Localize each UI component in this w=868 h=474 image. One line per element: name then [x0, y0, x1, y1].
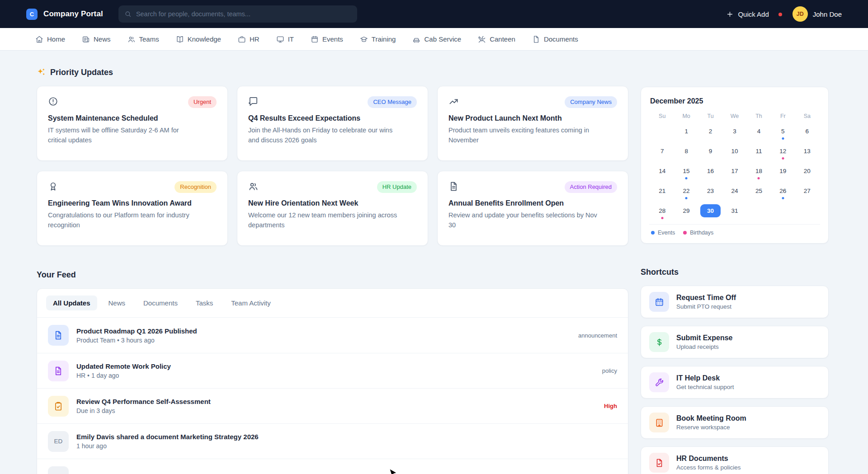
- feed-item[interactable]: Updated Remote Work PolicyHR • 1 day ago…: [37, 353, 628, 388]
- nav-item-label: Documents: [544, 35, 578, 43]
- calendar-next-button[interactable]: [817, 100, 819, 102]
- tab-tasks[interactable]: Tasks: [189, 296, 220, 310]
- priority-cards-grid: UrgentSystem Maintenance ScheduledIT sys…: [37, 86, 628, 246]
- calendar-day[interactable]: 22: [674, 181, 698, 201]
- global-search[interactable]: [118, 5, 357, 23]
- priority-card-annual-benefits-enrollment-open[interactable]: Action RequiredAnnual Benefits Enrollmen…: [437, 171, 628, 246]
- nav-item-cab-service[interactable]: Cab Service: [412, 35, 461, 43]
- calendar-day[interactable]: 20: [795, 161, 819, 181]
- priority-card-description: Congratulations to our Platform team for…: [48, 211, 197, 230]
- calendar-day[interactable]: 24: [722, 181, 746, 201]
- calendar-day[interactable]: 4: [747, 121, 771, 141]
- nav-item-home[interactable]: Home: [35, 35, 65, 43]
- shortcut-title: HR Documents: [676, 455, 741, 463]
- calendar-day[interactable]: 18: [747, 161, 771, 181]
- calendar-day[interactable]: 23: [698, 181, 722, 201]
- calendar-day[interactable]: 30: [698, 201, 722, 221]
- search-input[interactable]: [136, 10, 351, 18]
- nav-item-canteen[interactable]: Canteen: [478, 35, 515, 43]
- calendar-weekday: Su: [650, 111, 674, 121]
- shortcut-subtitle: Submit PTO request: [676, 303, 736, 310]
- priority-updates-title: Priority Updates: [50, 68, 113, 77]
- priority-card-top: Company News: [448, 96, 617, 108]
- calendar-day[interactable]: 26: [771, 181, 795, 201]
- shortcut-hr-documents[interactable]: HR DocumentsAccess forms & policies: [641, 446, 829, 474]
- quick-add-button[interactable]: Quick Add: [726, 10, 769, 18]
- calendar-day-number: 27: [804, 188, 811, 194]
- main-column: Priority Updates UrgentSystem Maintenanc…: [37, 66, 628, 474]
- calendar-day[interactable]: 9: [698, 141, 722, 161]
- feed-item[interactable]: EDEmily Davis shared a document Marketin…: [37, 423, 628, 459]
- calendar-day[interactable]: 14: [650, 161, 674, 181]
- shortcut-book-meeting-room[interactable]: Book Meeting RoomReserve workspace: [641, 406, 829, 439]
- calendar-day-number: 6: [806, 128, 809, 135]
- nav-item-label: Knowledge: [188, 35, 221, 43]
- feed-item[interactable]: ARAlex Rivera commented on Design System…: [37, 459, 628, 474]
- calendar-day[interactable]: 15: [674, 161, 698, 181]
- calendar-day[interactable]: 27: [795, 181, 819, 201]
- content: Priority Updates UrgentSystem Maintenanc…: [0, 51, 868, 474]
- calendar-day[interactable]: 5: [771, 121, 795, 141]
- tab-team-activity[interactable]: Team Activity: [224, 296, 278, 310]
- nav-item-news[interactable]: News: [82, 35, 111, 43]
- priority-card-engineering-team-wins-innovation-award[interactable]: RecognitionEngineering Team Wins Innovat…: [37, 171, 228, 246]
- nav-item-teams[interactable]: Teams: [127, 35, 159, 43]
- trending-up-icon: [448, 96, 459, 107]
- user-menu[interactable]: JD John Doe: [793, 6, 842, 22]
- calendar-day[interactable]: 12: [771, 141, 795, 161]
- category-badge: Recognition: [175, 181, 217, 193]
- calendar-day[interactable]: 2: [698, 121, 722, 141]
- priority-card-q4-results-exceed-expectations[interactable]: CEO MessageQ4 Results Exceed Expectation…: [237, 86, 428, 161]
- calendar-day[interactable]: 13: [795, 141, 819, 161]
- calendar-day[interactable]: 19: [771, 161, 795, 181]
- tab-documents[interactable]: Documents: [137, 296, 184, 310]
- calendar-day[interactable]: 28: [650, 201, 674, 221]
- calendar-day[interactable]: 17: [722, 161, 746, 181]
- feed-item[interactable]: Review Q4 Performance Self-AssessmentDue…: [37, 388, 628, 423]
- nav-item-label: Events: [322, 35, 343, 43]
- nav-item-documents[interactable]: Documents: [532, 35, 578, 43]
- mouse-cursor: [389, 469, 397, 474]
- building-icon: [649, 413, 669, 432]
- calendar-day[interactable]: 29: [674, 201, 698, 221]
- shortcut-subtitle: Upload receipts: [676, 343, 732, 350]
- calendar-day[interactable]: 21: [650, 181, 674, 201]
- priority-card-system-maintenance-scheduled[interactable]: UrgentSystem Maintenance ScheduledIT sys…: [37, 86, 228, 161]
- priority-card-new-hire-orientation-next-week[interactable]: HR UpdateNew Hire Orientation Next WeekW…: [237, 171, 428, 246]
- calendar-day[interactable]: 11: [747, 141, 771, 161]
- shortcut-it-help-desk[interactable]: IT Help DeskGet technical support: [641, 366, 829, 399]
- calendar-day[interactable]: 8: [674, 141, 698, 161]
- category-badge: HR Update: [377, 181, 417, 193]
- calendar-day[interactable]: 31: [722, 201, 746, 221]
- legend-birthdays: Birthdays: [683, 230, 713, 236]
- tab-all-updates[interactable]: All Updates: [46, 296, 97, 310]
- user-name: John Doe: [813, 10, 842, 18]
- calendar-day[interactable]: 1: [674, 121, 698, 141]
- calendar-day[interactable]: 16: [698, 161, 722, 181]
- shortcut-subtitle: Access forms & policies: [676, 464, 741, 471]
- feed-title: Your Feed: [37, 270, 76, 280]
- home-icon: [35, 35, 43, 43]
- nav-item-training[interactable]: Training: [360, 35, 396, 43]
- nav-item-label: News: [94, 35, 111, 43]
- calendar-prev-button[interactable]: [809, 100, 811, 102]
- priority-card-new-product-launch-next-month[interactable]: Company NewsNew Product Launch Next Mont…: [437, 86, 628, 161]
- calendar-day[interactable]: 6: [795, 121, 819, 141]
- priority-card-top: Recognition: [48, 181, 217, 193]
- calendar-day[interactable]: 25: [747, 181, 771, 201]
- calendar-day[interactable]: 10: [722, 141, 746, 161]
- tab-news[interactable]: News: [102, 296, 132, 310]
- legend-label: Events: [658, 230, 675, 236]
- nav-item-hr[interactable]: HR: [238, 35, 259, 43]
- calendar-day-number: 18: [755, 168, 762, 174]
- shortcut-submit-expense[interactable]: Submit ExpenseUpload receipts: [641, 326, 829, 358]
- calendar-day[interactable]: 3: [722, 121, 746, 141]
- nav-item-it[interactable]: IT: [276, 35, 294, 43]
- feed-item[interactable]: Product Roadmap Q1 2026 PublishedProduct…: [37, 318, 628, 353]
- nav-item-knowledge[interactable]: Knowledge: [176, 35, 221, 43]
- calendar-day[interactable]: 7: [650, 141, 674, 161]
- feed-item-subtitle: Due in 3 days: [76, 407, 211, 414]
- shortcut-request-time-off[interactable]: Request Time OffSubmit PTO request: [641, 286, 829, 318]
- company-logo: C: [26, 9, 38, 20]
- nav-item-events[interactable]: Events: [311, 35, 343, 43]
